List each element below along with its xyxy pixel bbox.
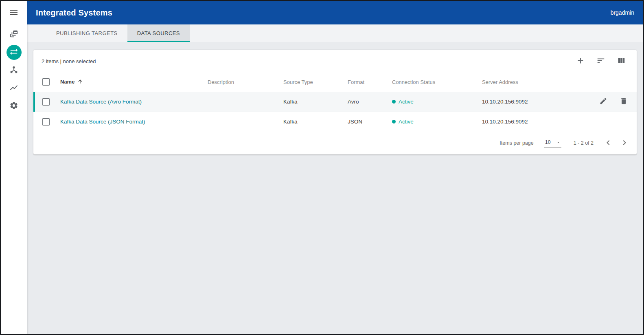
description-cell	[208, 92, 283, 112]
chevron-right-icon	[620, 138, 629, 149]
line-chart-icon	[9, 83, 18, 93]
card-toolbar: 2 items | none selected	[33, 50, 637, 73]
format-cell: Avro	[348, 92, 392, 112]
columns-button[interactable]	[614, 54, 629, 68]
sort-button[interactable]	[594, 54, 608, 68]
status-badge: Active	[392, 99, 414, 105]
next-page-button[interactable]	[616, 135, 633, 151]
sidebar-item-hierarchy[interactable]	[7, 63, 22, 78]
username-label[interactable]: brgadmin	[611, 9, 634, 16]
data-source-link[interactable]: Kafka Data Source (JSON Format)	[60, 119, 145, 125]
sidebar-item-analytics[interactable]	[7, 81, 22, 96]
source-type-cell: Kafka	[283, 92, 348, 112]
data-sources-table: Name Description Source Type Format Conn…	[33, 73, 637, 132]
table-row: Kafka Data Source (JSON Format) Kafka JS…	[33, 112, 637, 132]
server-address-cell: 10.10.20.156:9092	[482, 92, 585, 112]
main-area: Integrated Systems brgadmin PUBLISHING T…	[27, 1, 643, 334]
toolbar-actions	[573, 54, 629, 68]
sidebar	[1, 1, 27, 334]
sidebar-item-settings[interactable]	[7, 99, 22, 114]
data-source-link[interactable]: Kafka Data Source (Avro Format)	[60, 99, 142, 105]
paginator: Items per page 10 1 - 2 of 2	[33, 132, 637, 154]
sidebar-nav	[7, 24, 22, 114]
column-header-description[interactable]: Description	[208, 73, 283, 92]
content-area: 2 items | none selected	[27, 42, 643, 334]
status-dot-icon	[392, 100, 396, 104]
column-header-name[interactable]: Name	[60, 73, 208, 92]
column-header-server-address[interactable]: Server Address	[482, 73, 585, 92]
stacked-cards-icon	[9, 29, 18, 40]
tab-data-sources[interactable]: DATA SOURCES	[127, 24, 190, 42]
app-header: Integrated Systems brgadmin	[27, 1, 643, 24]
sync-arrows-icon	[9, 47, 18, 57]
device-hub-icon	[9, 65, 18, 75]
table-header-row: Name Description Source Type Format Conn…	[33, 73, 637, 92]
select-all-checkbox[interactable]	[42, 78, 50, 86]
page-title: Integrated Systems	[36, 8, 112, 18]
selection-summary: 2 items | none selected	[42, 58, 96, 64]
tab-publishing-targets[interactable]: PUBLISHING TARGETS	[46, 24, 127, 42]
add-button[interactable]	[573, 54, 588, 68]
column-header-connection-status[interactable]: Connection Status	[392, 73, 482, 92]
data-sources-card: 2 items | none selected	[33, 50, 637, 154]
trash-icon	[620, 97, 628, 106]
sort-ascending-icon	[77, 79, 83, 86]
previous-page-button[interactable]	[600, 135, 616, 151]
app-window: Integrated Systems brgadmin PUBLISHING T…	[0, 0, 644, 335]
sort-icon	[596, 56, 605, 66]
status-dot-icon	[392, 120, 396, 123]
gear-icon	[9, 101, 18, 111]
description-cell	[208, 112, 283, 132]
source-type-cell: Kafka	[283, 112, 348, 132]
column-header-actions	[585, 73, 637, 92]
delete-button[interactable]	[617, 95, 630, 108]
add-icon	[576, 56, 585, 66]
tab-bar: PUBLISHING TARGETS DATA SOURCES	[27, 24, 643, 42]
server-address-cell: 10.10.20.156:9092	[482, 112, 585, 132]
items-per-page-label: Items per page	[499, 140, 533, 146]
table-row: Kafka Data Source (Avro Format) Kafka Av…	[33, 92, 637, 112]
column-header-format[interactable]: Format	[348, 73, 392, 92]
chevron-down-icon	[556, 140, 561, 145]
sidebar-item-integrated-systems[interactable]	[7, 45, 22, 60]
sidebar-item-content-feed[interactable]	[7, 27, 22, 42]
format-cell: JSON	[348, 112, 392, 132]
columns-icon	[617, 56, 626, 66]
column-header-source-type[interactable]: Source Type	[283, 73, 348, 92]
row-checkbox[interactable]	[42, 98, 50, 106]
chevron-left-icon	[603, 138, 613, 149]
edit-button[interactable]	[597, 95, 610, 108]
pencil-icon	[599, 97, 607, 106]
page-size-select[interactable]: 10	[544, 139, 561, 148]
status-badge: Active	[392, 119, 414, 125]
row-checkbox[interactable]	[42, 118, 50, 126]
hamburger-icon	[9, 7, 19, 18]
hamburger-menu-button[interactable]	[1, 1, 27, 24]
page-range-label: 1 - 2 of 2	[574, 140, 594, 146]
